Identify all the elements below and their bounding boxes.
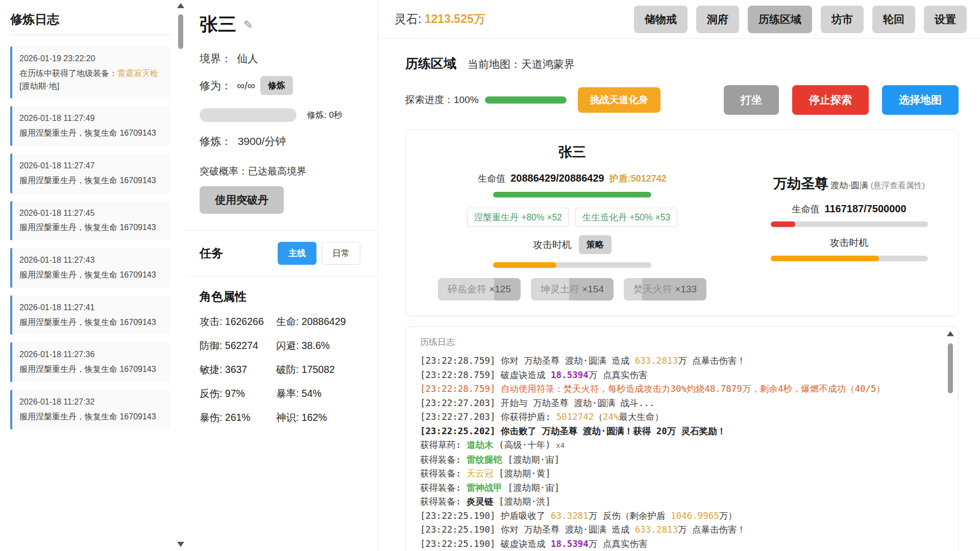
battle-log-lines: [23:22:28.759] 你对 万劫圣尊 渡劫·圆满 造成 633.2813… <box>420 354 938 551</box>
talisman-count: ×154 <box>582 284 604 294</box>
cultivation-log-entry: 2026-01-18 11:27:41服用涅槃重生丹，恢复生命 16709143 <box>10 295 171 335</box>
enemy-attack-timing-label: 攻击时机 <box>830 236 869 249</box>
log-entry-segment: [渡劫期·地] <box>19 82 59 90</box>
log-entry-segment: 服用涅槃重生丹，恢复生命 16709143 <box>19 270 156 279</box>
log-entry-time: 2026-01-18 11:27:36 <box>19 348 164 361</box>
strategy-button[interactable]: 策略 <box>579 235 611 254</box>
log-text-segment: [23:22:28.759] 破虚诀造成 <box>420 370 551 380</box>
log-text-segment: （ <box>594 412 603 422</box>
cultivation-log-panel: 修炼日志 2026-01-19 23:22:20在历练中获得了地级装备：雷霆寂灭… <box>0 0 176 551</box>
log-text-segment: 万 点暴击伤害！ <box>678 524 746 535</box>
character-name: 张三 <box>200 12 236 37</box>
enemy-hp-value: 1167187/7500000 <box>824 203 906 214</box>
stat-agility: 敏捷: 3637 <box>200 363 276 377</box>
buff-pill: 涅槃重生丹 +80% ×52 <box>467 208 569 227</box>
explore-progress-bar <box>485 96 567 104</box>
enemy-hp-label: 生命值 <box>792 204 819 214</box>
log-text-segment: 万 点真实伤害 <box>589 370 648 380</box>
battle-log-line: [23:22:28.759] 你对 万劫圣尊 渡劫·圆满 造成 633.2813… <box>420 354 938 368</box>
talisman-button-kunling-earth[interactable]: 坤灵土符 ×154 <box>531 278 614 300</box>
spirit-stone-value: 1213.525万 <box>425 12 485 26</box>
nav-button-cave-abode[interactable]: 洞府 <box>696 6 739 33</box>
log-text-segment: [23:22:28.759] 自动使用符箓：焚天火符，每秒造成攻击力30%灼烧4… <box>420 384 885 394</box>
battle-log-line: 获得装备: 天云冠 [渡劫期·黄] <box>420 467 938 481</box>
battle-log-line: [23:22:25.190] 破虚诀造成 18.5394万 点真实伤害 <box>420 537 938 551</box>
buff-pill: 生生造化丹 +50% ×53 <box>575 208 677 227</box>
scroll-down-icon[interactable] <box>177 542 184 547</box>
top-bar: 灵石: 1213.525万 储物戒洞府历练区域坊市轮回设置 <box>378 0 980 39</box>
log-text-segment: 最大生命） <box>619 412 664 422</box>
stat-reflect: 反伤: 97% <box>200 387 276 400</box>
select-map-button[interactable]: 选择地图 <box>882 85 959 115</box>
player-hp-label: 生命值 <box>478 173 505 184</box>
log-entry-segment: 服用涅槃重生丹，恢复生命 16709143 <box>19 129 156 137</box>
log-entry-segment: 服用涅槃重生丹，恢复生命 16709143 <box>19 412 156 421</box>
log-scroll-up-icon[interactable] <box>947 331 954 336</box>
stat-crit-rate: 暴率: 54% <box>276 387 360 400</box>
challenge-avatar-button[interactable]: 挑战天道化身 <box>578 87 660 113</box>
battle-log-title: 历练日志 <box>420 336 938 348</box>
cultivate-button[interactable]: 修炼 <box>260 76 293 95</box>
tab-daily-quest[interactable]: 日常 <box>322 242 360 265</box>
log-entry-segment: 服用涅槃重生丹，恢复生命 16709143 <box>19 365 156 373</box>
log-text-segment: [23:22:27.203] 开始与 万劫圣尊 渡劫·圆满 战斗... <box>420 398 654 408</box>
tab-main-quest[interactable]: 主线 <box>278 242 316 265</box>
log-text-segment: 1046.9965 <box>671 511 719 521</box>
log-text-segment: [渡劫期·宙] <box>502 455 559 465</box>
nav-button-reincarnation[interactable]: 轮回 <box>872 6 915 33</box>
log-text-segment: (高级·十年) <box>494 440 556 450</box>
log-text-segment: 万 点真实伤害 <box>589 539 648 549</box>
player-hp-row: 生命值 20886429/20886429 护盾:5012742 <box>478 172 667 185</box>
player-attack-timing-bar <box>493 262 651 268</box>
enemy-hover-hint: (悬浮查看属性) <box>870 181 925 190</box>
nav-button-storage-ring[interactable]: 储物戒 <box>634 6 688 33</box>
log-text-segment: 18.5394 <box>551 370 589 380</box>
battle-log-scrollbar-thumb[interactable] <box>948 343 953 393</box>
nav-button-trial-area[interactable]: 历练区域 <box>748 6 812 33</box>
log-text-segment: 获得草药: <box>420 440 467 450</box>
character-panel: 张三 ✎ 境界：仙人 修为：∞/∞ 修炼 修炼: 0秒 修炼： 3900/分钟 … <box>185 0 378 551</box>
battle-log-line: [23:22:28.759] 破虚诀造成 18.5394万 点真实伤害 <box>420 368 938 383</box>
cultivation-log-entry: 2026-01-19 23:22:20在历练中获得了地级装备：雷霆寂灭枪 [渡劫… <box>10 46 171 98</box>
rate-value: 3900/分钟 <box>238 135 286 147</box>
log-entry-text: 服用涅槃重生丹，恢复生命 16709143 <box>19 127 164 140</box>
meditate-button[interactable]: 打坐 <box>724 85 779 115</box>
stat-crit-dmg: 暴伤: 261% <box>200 411 276 424</box>
nav-button-market[interactable]: 坊市 <box>821 6 864 33</box>
log-entry-time: 2026-01-18 11:27:45 <box>19 207 164 220</box>
battle-card: 张三 生命值 20886429/20886429 护盾:5012742 涅槃重生… <box>405 129 959 316</box>
talisman-button-shatter-gold[interactable]: 碎岳金符 ×125 <box>438 278 521 300</box>
battle-log-line: 获得装备: 雷神战甲 [渡劫期·宙] <box>420 481 938 495</box>
cultivation-log-entry: 2026-01-18 11:27:49服用涅槃重生丹，恢复生命 16709143 <box>10 106 171 146</box>
stat-defense: 防御: 562274 <box>200 339 276 353</box>
log-text-segment: 道劫木 <box>467 440 494 450</box>
log-text-segment: [23:22:25.190] 护盾吸收了 <box>420 511 551 521</box>
log-entry-segment: 在历练中获得了地级装备： <box>19 69 117 78</box>
log-text-segment: x4 <box>556 441 565 449</box>
log-text-segment: 633.2813 <box>635 524 678 535</box>
scroll-up-icon[interactable] <box>177 3 184 8</box>
cultivation-log-entry: 2026-01-18 11:27:36服用涅槃重生丹，恢复生命 16709143 <box>10 342 171 382</box>
cultivation-log-title: 修炼日志 <box>10 11 171 35</box>
talisman-button-burning-fire[interactable]: 焚天火符 ×133 <box>624 278 706 300</box>
main-nav: 储物戒洞府历练区域坊市轮回设置 <box>634 6 967 33</box>
edit-name-icon[interactable]: ✎ <box>243 18 253 32</box>
log-text-segment: 获得装备: <box>420 483 467 493</box>
log-text-segment: 万 反伤（剩余护盾 <box>589 511 671 521</box>
battle-log-line: 获得装备: 炎灵链 [渡劫期·洪] <box>420 495 938 509</box>
use-breakthrough-pill-button[interactable]: 使用突破丹 <box>200 186 284 214</box>
enemy-battle-column: 万劫圣尊 渡劫·圆满 (悬浮查看属性) 生命值 1167187/7500000 … <box>764 174 935 300</box>
log-entry-time: 2026-01-18 11:27:47 <box>19 160 164 172</box>
nav-button-settings[interactable]: 设置 <box>924 6 967 33</box>
cultivation-timer: 修炼: 0秒 <box>307 109 342 121</box>
battle-log-scrollbar[interactable] <box>946 327 954 551</box>
cultivation-log-entry: 2026-01-18 11:27:32服用涅槃重生丹，恢复生命 16709143 <box>10 390 171 430</box>
sidebar-scrollbar-thumb[interactable] <box>178 14 183 49</box>
stop-explore-button[interactable]: 停止探索 <box>792 85 869 115</box>
cultivation-progress-bar <box>200 108 297 122</box>
battle-log-line: [23:22:28.759] 自动使用符箓：焚天火符，每秒造成攻击力30%灼烧4… <box>420 382 938 396</box>
current-map-name: 天道鸿蒙界 <box>521 58 575 70</box>
cultivation-value: ∞/∞ <box>237 80 255 92</box>
sidebar-scrollbar[interactable] <box>176 0 185 551</box>
battle-log-line: [23:22:27.203] 你获得护盾: 5012742（24%最大生命） <box>420 410 938 424</box>
